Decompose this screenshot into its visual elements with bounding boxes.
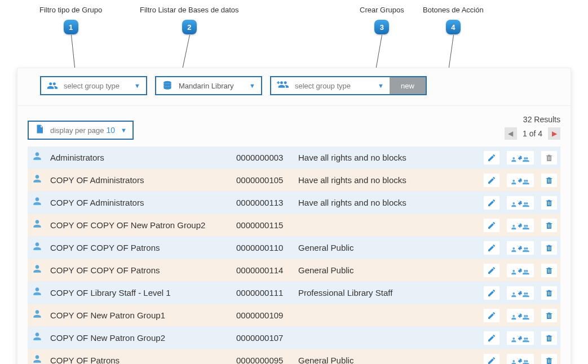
edit-button[interactable] [484,286,499,300]
edit-button[interactable] [484,264,499,277]
row-id: 0000000105 [233,169,295,192]
toolbar: select group type ▼ Mandarin Library ▼ s… [17,68,571,105]
person-icon [32,174,43,187]
person-icon [32,264,43,277]
person-icon [32,354,43,364]
move-members-button[interactable] [507,196,534,210]
row-icon-cell [28,237,47,259]
row-name: Administrators [47,147,233,169]
display-per-page[interactable]: display per page 10 ▼ [28,121,134,140]
create-group: select group type ▼ new [270,76,427,95]
move-members-button[interactable] [507,174,534,187]
row-edit-cell [480,169,503,192]
person-icon [32,242,43,254]
table-row: COPY OF COPY OF New Patron Group20000000… [28,214,560,237]
add-people-icon [277,79,289,93]
row-description: Have all rights and no blocks [295,169,480,192]
edit-button[interactable] [484,309,499,322]
delete-button[interactable] [541,151,557,165]
row-move-cell [503,327,538,349]
move-members-button[interactable] [507,219,534,232]
row-edit-cell [480,327,503,349]
pagination: ◀ 1 of 4 ▶ [505,127,560,140]
edit-button[interactable] [484,354,499,365]
move-members-button[interactable] [507,309,534,322]
svg-rect-2 [278,81,279,84]
table-row: COPY OF Library Staff - Level 1000000011… [28,282,560,304]
row-delete-cell [538,214,560,237]
create-group-select[interactable]: select group type ▼ [271,77,390,94]
callout-3-label: Crear Grupos [360,6,404,14]
edit-button[interactable] [484,151,499,165]
row-delete-cell [538,259,560,282]
row-edit-cell [480,304,503,327]
row-name: COPY OF New Patron Group2 [47,327,233,349]
row-name: COPY OF Library Staff - Level 1 [47,282,233,304]
row-edit-cell [480,237,503,259]
row-name: COPY OF COPY OF New Patron Group2 [47,214,233,237]
row-edit-cell [480,147,503,169]
delete-button[interactable] [541,354,557,365]
move-members-button[interactable] [507,286,534,300]
edit-button[interactable] [484,331,499,345]
delete-button[interactable] [541,331,557,345]
row-description [295,214,480,237]
callout-3-badge: 3 [374,20,389,34]
row-name: COPY OF COPY OF Patrons [47,259,233,282]
display-per-page-label: display per page [50,126,104,135]
database-icon [162,80,173,91]
row-icon-cell [28,192,47,214]
row-delete-cell [538,349,560,365]
row-description: General Public [295,259,480,282]
row-delete-cell [538,147,560,169]
row-move-cell [503,237,538,259]
row-description: Have all rights and no blocks [295,147,480,169]
row-description [295,304,480,327]
delete-button[interactable] [541,286,557,300]
edit-button[interactable] [484,174,499,187]
svg-point-0 [163,81,171,84]
move-members-button[interactable] [507,241,534,255]
group-type-filter-text: select group type [64,82,125,90]
row-icon-cell [28,304,47,327]
table-row: COPY OF Patrons0000000095General Public [28,349,560,365]
move-members-button[interactable] [507,264,534,277]
row-move-cell [503,192,538,214]
callout-2-label: Filtro Listar de Bases de datos [140,6,239,14]
group-type-filter[interactable]: select group type ▼ [40,76,147,95]
delete-button[interactable] [541,309,557,322]
delete-button[interactable] [541,241,557,255]
edit-button[interactable] [484,241,499,255]
new-button[interactable]: new [390,77,426,94]
person-icon [32,309,43,322]
database-filter[interactable]: Mandarin Library ▼ [155,76,262,95]
next-page-button[interactable]: ▶ [548,127,560,140]
callout-1-label: Filtro tipo de Grupo [39,6,102,14]
row-id: 0000000115 [233,214,295,237]
prev-page-button[interactable]: ◀ [505,127,517,140]
callout-1-badge: 1 [64,20,78,34]
move-members-button[interactable] [507,331,534,345]
callout-1: Filtro tipo de Grupo 1 [39,6,102,34]
delete-button[interactable] [541,196,557,210]
row-move-cell [503,214,538,237]
person-icon [32,287,43,299]
callout-2: Filtro Listar de Bases de datos 2 [140,6,239,34]
delete-button[interactable] [541,219,557,232]
table-row: COPY OF Administrators0000000105Have all… [28,169,560,192]
row-icon-cell [28,169,47,192]
edit-button[interactable] [484,196,499,210]
row-delete-cell [538,304,560,327]
delete-button[interactable] [541,174,557,187]
move-members-button[interactable] [507,354,534,365]
edit-button[interactable] [484,219,499,232]
delete-button[interactable] [541,264,557,277]
row-delete-cell [538,169,560,192]
row-description [295,327,480,349]
table-row: COPY OF New Patron Group20000000107 [28,327,560,349]
callout-2-badge: 2 [182,20,197,34]
move-members-button[interactable] [507,151,534,165]
row-description: Have all rights and no blocks [295,192,480,214]
table-row: COPY OF New Patron Group10000000109 [28,304,560,327]
row-id: 0000000003 [233,147,295,169]
